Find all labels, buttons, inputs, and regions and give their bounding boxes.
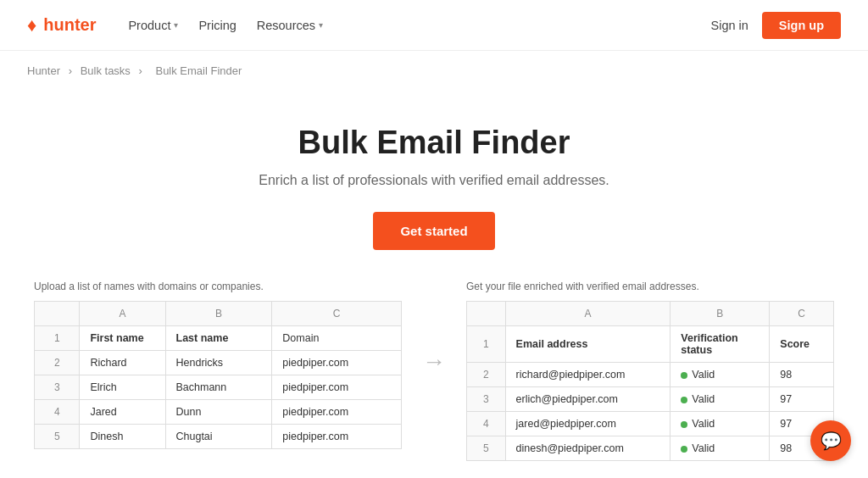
table-row: 4 jared@piedpiper.com Valid 97 — [467, 412, 834, 436]
table-row: 3 Elrich Bachmann piedpiper.com — [35, 375, 402, 400]
cell-b: Valid — [670, 436, 770, 461]
input-table-label: Upload a list of names with domains or c… — [34, 281, 402, 292]
col-a: A — [505, 302, 670, 326]
cell-c: piedpiper.com — [272, 375, 402, 400]
row-num: 4 — [467, 412, 506, 436]
cell-c: piedpiper.com — [272, 351, 402, 375]
hero-section: Bulk Email Finder Enrich a list of profe… — [0, 91, 868, 281]
signin-button[interactable]: Sign in — [710, 19, 748, 32]
row-num: 2 — [467, 363, 506, 387]
cell-a: First name — [80, 326, 165, 351]
arrow-block: → — [402, 348, 466, 375]
logo-text: hunter — [43, 15, 96, 35]
cell-a: Richard — [80, 351, 165, 375]
breadcrumb-home[interactable]: Hunter — [27, 64, 60, 77]
valid-status-icon — [681, 446, 687, 453]
row-num: 3 — [35, 375, 80, 400]
input-table: A B C 1 First name Last name Domain 2 Ri… — [34, 301, 402, 449]
cell-b: Valid — [670, 387, 770, 412]
col-c: C — [770, 302, 834, 326]
nav-product[interactable]: Product ▾ — [120, 14, 186, 37]
cell-c: piedpiper.com — [272, 400, 402, 425]
chat-bubble[interactable]: 💬 — [810, 420, 851, 461]
output-table: A B C 1 Email address Verification statu… — [466, 301, 834, 461]
logo-icon: ♦ — [27, 14, 36, 36]
nav-resources[interactable]: Resources ▾ — [248, 14, 331, 37]
nav-product-label: Product — [128, 19, 170, 32]
output-table-block: Get your file enriched with verified ema… — [466, 281, 834, 461]
row-num: 5 — [467, 436, 506, 461]
valid-status-icon — [681, 397, 687, 403]
table-row: 3 erlich@piedpiper.com Valid 97 — [467, 387, 834, 412]
chevron-down-icon: ▾ — [174, 20, 178, 30]
breadcrumb: Hunter › Bulk tasks › Bulk Email Finder — [0, 51, 868, 91]
cell-b: Valid — [670, 363, 770, 387]
cell-a: richard@piedpiper.com — [505, 363, 670, 387]
navbar-right: Sign in Sign up — [710, 12, 841, 39]
table-row: 2 richard@piedpiper.com Valid 98 — [467, 363, 834, 387]
col-b: B — [165, 302, 272, 326]
cell-a: dinesh@piedpiper.com — [505, 436, 670, 461]
cell-b: Hendricks — [165, 351, 272, 375]
tables-section: Upload a list of names with domains or c… — [0, 281, 868, 478]
nav-pricing-label: Pricing — [198, 19, 236, 32]
breadcrumb-separator: › — [69, 64, 72, 77]
cell-a: erlich@piedpiper.com — [505, 387, 670, 412]
signup-button[interactable]: Sign up — [762, 12, 841, 39]
table-row: 2 Richard Hendricks piedpiper.com — [35, 351, 402, 375]
row-num: 3 — [467, 387, 506, 412]
nav-links: Product ▾ Pricing Resources ▾ — [120, 14, 331, 37]
col-empty — [35, 302, 80, 326]
breadcrumb-bulk-tasks[interactable]: Bulk tasks — [81, 64, 131, 77]
arrow-right-icon: → — [422, 348, 446, 375]
output-table-label: Get your file enriched with verified ema… — [466, 281, 834, 292]
cell-c: 98 — [770, 363, 834, 387]
cell-a: Jared — [80, 400, 165, 425]
cell-c: 97 — [770, 387, 834, 412]
row-num: 5 — [35, 425, 80, 449]
row-num: 4 — [35, 400, 80, 425]
cell-c: piedpiper.com — [272, 425, 402, 449]
navbar: ♦ hunter Product ▾ Pricing Resources ▾ S… — [0, 0, 868, 51]
logo[interactable]: ♦ hunter — [27, 14, 96, 36]
table-row: 5 Dinesh Chugtai piedpiper.com — [35, 425, 402, 449]
cell-b: Valid — [670, 412, 770, 436]
input-table-block: Upload a list of names with domains or c… — [34, 281, 402, 449]
cell-b: Chugtai — [165, 425, 272, 449]
cell-c: Score — [770, 326, 834, 363]
cell-a: Elrich — [80, 375, 165, 400]
valid-status-icon — [681, 372, 687, 379]
col-b: B — [670, 302, 770, 326]
table-row: 1 Email address Verification status Scor… — [467, 326, 834, 363]
cell-a: Email address — [505, 326, 670, 363]
cell-b: Verification status — [670, 326, 770, 363]
row-num: 1 — [467, 326, 506, 363]
table-row: 1 First name Last name Domain — [35, 326, 402, 351]
page-title: Bulk Email Finder — [27, 125, 841, 161]
row-num: 1 — [35, 326, 80, 351]
nav-resources-label: Resources — [257, 19, 315, 32]
get-started-button[interactable]: Get started — [373, 212, 494, 250]
cell-c: Domain — [272, 326, 402, 351]
nav-pricing[interactable]: Pricing — [190, 14, 244, 37]
cell-a: jared@piedpiper.com — [505, 412, 670, 436]
hero-subtitle: Enrich a list of professionals with veri… — [27, 173, 841, 188]
table-row: 4 Jared Dunn piedpiper.com — [35, 400, 402, 425]
breadcrumb-current: Bulk Email Finder — [155, 64, 242, 77]
col-a: A — [80, 302, 165, 326]
chevron-down-icon: ▾ — [319, 20, 323, 30]
chat-icon: 💬 — [821, 431, 842, 451]
navbar-left: ♦ hunter Product ▾ Pricing Resources ▾ — [27, 14, 331, 37]
row-num: 2 — [35, 351, 80, 375]
cell-a: Dinesh — [80, 425, 165, 449]
cell-b: Bachmann — [165, 375, 272, 400]
table-row: 5 dinesh@piedpiper.com Valid 98 — [467, 436, 834, 461]
col-c: C — [272, 302, 402, 326]
col-empty — [467, 302, 506, 326]
cell-b: Last name — [165, 326, 272, 351]
valid-status-icon — [681, 421, 687, 428]
breadcrumb-separator: › — [139, 64, 142, 77]
cell-b: Dunn — [165, 400, 272, 425]
